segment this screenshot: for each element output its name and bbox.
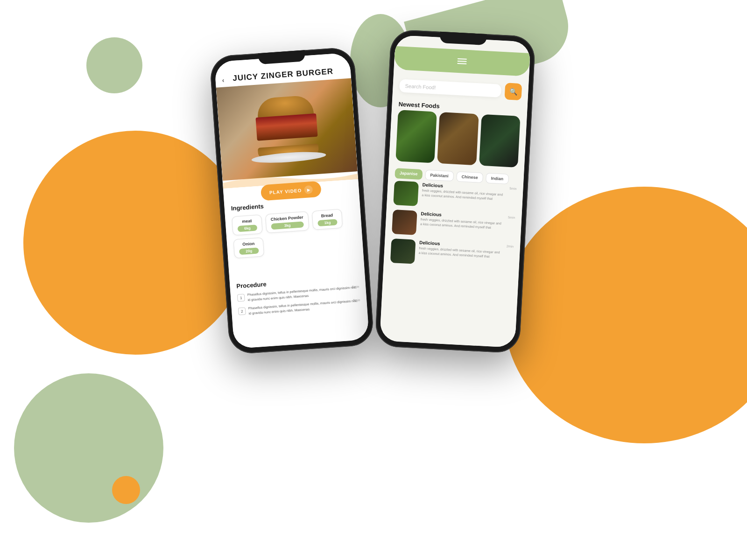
right-header xyxy=(394,46,530,77)
phone-right-notch xyxy=(440,32,487,45)
phone-left: ‹ JUICY ZINGER BURGER xyxy=(209,47,374,355)
food-thumb-toast[interactable] xyxy=(437,112,479,165)
ingredient-card-bread: Bread 1kg xyxy=(312,209,343,230)
food-list-info-2: Delicious fresh veggies, drizzled with s… xyxy=(420,211,504,231)
phone-right-screen: Search Food! 🔍 Newest Foods Japanise Pak… xyxy=(380,35,531,348)
search-input[interactable]: Search Food! xyxy=(399,79,501,97)
ingredient-card-onion: Onion 20g xyxy=(233,237,264,258)
ingredient-name-onion: Onion xyxy=(239,241,259,247)
procedure-section: Procedure 1 Phasellus dignissim, tellus … xyxy=(236,274,361,320)
hamburger-line-1 xyxy=(458,58,467,60)
food-list-item-3[interactable]: Delicious fresh veggies, drizzled with s… xyxy=(390,238,514,269)
phone-left-screen: ‹ JUICY ZINGER BURGER xyxy=(214,53,369,349)
burger-visual xyxy=(247,94,326,165)
phones-container: ‹ JUICY ZINGER BURGER xyxy=(0,23,747,350)
ingredient-name-bread: Bread xyxy=(317,212,337,218)
food-thumb-salad[interactable] xyxy=(395,110,437,163)
tab-pakistani[interactable]: Pakistani xyxy=(425,170,454,182)
ingredient-cards: meat 6kg Chicken Powder 3kg Bread 1kg xyxy=(232,208,357,259)
ingredients-section: Ingredients meat 6kg Chicken Powder 3kg … xyxy=(231,196,356,259)
food-list-time-3: 2min xyxy=(507,245,514,248)
food-list-thumb-1 xyxy=(393,181,419,206)
procedure-time-2: 7min xyxy=(353,298,360,302)
bun-filling xyxy=(255,113,317,141)
ingredient-amount-meat: 6kg xyxy=(238,224,258,232)
burger-image xyxy=(216,78,358,181)
bg-green-circle-large xyxy=(14,373,163,523)
procedure-num-2: 2 xyxy=(238,307,246,315)
bg-orange-circle-small xyxy=(112,476,140,504)
food-list-thumb-2 xyxy=(392,210,417,235)
food-list-time-1: 5min xyxy=(509,187,517,190)
hamburger-line-2 xyxy=(458,61,467,62)
hamburger-menu-icon[interactable] xyxy=(457,58,467,64)
hamburger-line-3 xyxy=(457,63,466,64)
search-bar: Search Food! 🔍 xyxy=(399,77,522,100)
food-list-item-2[interactable]: Delicious fresh veggies, drizzled with s… xyxy=(392,210,515,240)
food-list: Delicious fresh veggies, drizzled with s… xyxy=(390,181,516,273)
food-thumb-egg[interactable] xyxy=(479,114,521,168)
food-list-item-1[interactable]: Delicious fresh veggies, drizzled with s… xyxy=(393,181,516,211)
play-label: PLAY VIDEO xyxy=(269,188,302,195)
food-list-thumb-3 xyxy=(390,238,416,264)
newest-foods-title: Newest Foods xyxy=(398,100,440,110)
food-list-info-3: Delicious fresh veggies, drizzled with s… xyxy=(419,240,503,259)
ingredient-amount-bread: 1kg xyxy=(317,219,338,226)
left-screen-content: ‹ JUICY ZINGER BURGER xyxy=(214,53,369,349)
tab-japanise[interactable]: Japanise xyxy=(395,168,423,180)
search-icon: 🔍 xyxy=(509,88,517,96)
food-list-time-2: 5min xyxy=(508,216,515,219)
procedure-time-1: 5min xyxy=(352,285,359,288)
ingredient-card-meat: meat 6kg xyxy=(232,215,263,236)
ingredient-amount-onion: 20g xyxy=(239,247,259,255)
tab-chinese[interactable]: Chinese xyxy=(456,171,483,183)
phone-right: Search Food! 🔍 Newest Foods Japanise Pak… xyxy=(374,29,536,353)
ingredient-name-meat: meat xyxy=(237,218,257,224)
food-images-row xyxy=(395,110,520,168)
procedure-num-1: 1 xyxy=(237,294,245,302)
right-screen-content: Search Food! 🔍 Newest Foods Japanise Pak… xyxy=(380,35,531,348)
food-list-info-1: Delicious fresh veggies, drizzled with s… xyxy=(422,182,506,202)
search-button[interactable]: 🔍 xyxy=(504,83,522,100)
play-icon: ▶ xyxy=(304,185,313,194)
ingredient-amount-chicken-powder: 3kg xyxy=(271,221,304,230)
ingredient-name-chicken-powder: Chicken Powder xyxy=(270,215,303,222)
ingredient-card-chicken-powder: Chicken Powder 3kg xyxy=(265,211,310,233)
tab-indian[interactable]: Indian xyxy=(486,173,509,184)
